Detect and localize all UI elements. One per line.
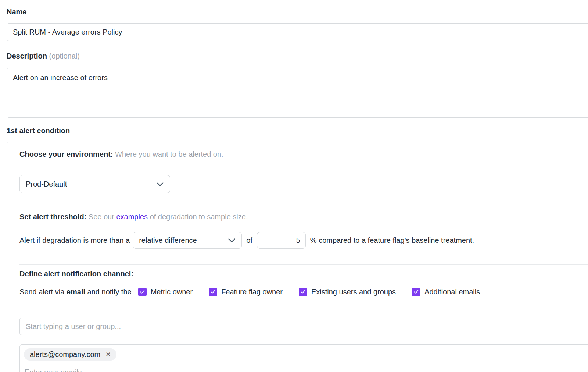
checkbox-additional-emails[interactable]: Additional emails [412,288,480,296]
threshold-label: Set alert threshold: [19,213,86,221]
section-divider [19,264,588,265]
checked-checkbox-icon[interactable] [209,288,217,296]
additional-emails-area[interactable]: alerts@company.com✕ Enter user emails [19,344,588,372]
send-prefix: Send alert via [19,288,64,296]
environment-label: Choose your environment: [19,150,113,158]
description-optional-text: (optional) [49,52,80,60]
environment-select[interactable]: Prod-Default [19,175,170,193]
checked-checkbox-icon[interactable] [412,288,420,296]
email-chip-list: alerts@company.com✕ [24,348,588,361]
chevron-down-icon [228,238,236,243]
checkbox-label: Additional emails [424,288,480,296]
email-chip-text: alerts@company.com [30,350,100,359]
examples-link[interactable]: examples [116,213,148,221]
description-textarea[interactable]: Alert on an increase of errors [7,68,588,118]
threshold-hint-suffix: of degradation to sample size. [150,213,248,221]
threshold-of-text: of [246,236,252,245]
checked-checkbox-icon[interactable] [138,288,147,296]
threshold-row-prefix: Alert if degradation is more than a [19,236,130,245]
alert-condition-panel: Choose your environment: Where you want … [7,142,588,372]
checked-checkbox-icon[interactable] [299,288,307,296]
alert-policy-form: Name Description (optional) Alert on an … [0,0,588,372]
description-label-text: Description [7,52,47,60]
send-suffix: and notify the [87,288,132,296]
emails-placeholder: Enter user emails [25,368,588,372]
checkbox-label: Existing users and groups [311,288,396,296]
checkbox-feature-flag-owner[interactable]: Feature flag owner [209,288,283,296]
environment-select-value: Prod-Default [26,180,67,188]
checkbox-label: Feature flag owner [221,288,283,296]
chip-remove-icon[interactable]: ✕ [105,351,111,358]
notification-heading: Define alert notification channel: [19,270,133,278]
send-alert-text: Send alert via email and notify the [19,288,132,296]
recipient-checkbox-group: Metric ownerFeature flag ownerExisting u… [138,288,480,296]
send-bold: email [67,288,85,296]
name-input[interactable] [7,23,588,41]
name-label: Name [7,8,26,16]
checkbox-metric-owner[interactable]: Metric owner [138,288,193,296]
threshold-value-input[interactable] [257,232,306,249]
notification-label: Define alert notification channel: [19,270,133,278]
comparison-select[interactable]: relative difference [133,232,242,249]
description-label: Description (optional) [7,52,80,60]
condition-title: 1st alert condition [7,127,70,135]
user-group-input[interactable] [19,318,588,335]
checkbox-label: Metric owner [151,288,193,296]
comparison-select-value: relative difference [139,236,197,245]
threshold-row-suffix: % compared to a feature flag's baseline … [310,236,474,245]
environment-hint: Where you want to be alerted on. [115,150,223,158]
email-chip: alerts@company.com✕ [24,348,116,361]
notification-recipients-row: Send alert via email and notify the Metr… [19,288,480,296]
section-divider [19,207,588,207]
environment-heading: Choose your environment: Where you want … [19,150,223,159]
threshold-row: Alert if degradation is more than a rela… [19,232,474,249]
checkbox-existing-users-and-groups[interactable]: Existing users and groups [299,288,396,296]
threshold-heading: Set alert threshold: See our examples of… [19,213,248,221]
threshold-hint-prefix: See our [89,213,114,221]
chevron-down-icon [156,182,164,187]
